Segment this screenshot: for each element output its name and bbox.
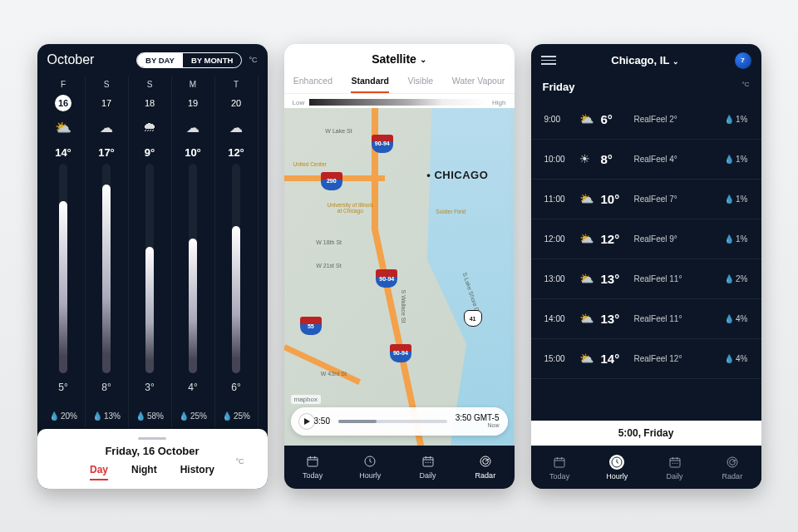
svg-rect-2: [423, 457, 433, 466]
low-temp: 6°: [231, 382, 240, 393]
chevron-down-icon: ⌄: [420, 55, 426, 64]
weather-icon: ⛅: [579, 352, 601, 365]
street-label: S Wallace St: [401, 290, 407, 323]
nav-today[interactable]: Today: [531, 446, 589, 489]
low-temp: 8°: [101, 382, 111, 393]
days-row: F16⛅14°5°💧20%S17☁17°8°💧13%S18🌧9°3°💧58%M1…: [37, 73, 268, 429]
play-button[interactable]: [299, 414, 314, 429]
droplet-icon: 💧: [179, 411, 189, 421]
droplet-icon: 💧: [135, 411, 145, 421]
weather-icon: ☀: [579, 152, 601, 165]
hourly-list[interactable]: 9:00⛅6°RealFeel 2°💧1%10:00☀8°RealFeel 4°…: [531, 100, 761, 421]
hourly-row[interactable]: 15:00⛅14°RealFeel 12°💧4%: [531, 339, 761, 379]
precip-chance: 💧1%: [724, 195, 747, 204]
seg-by-day[interactable]: BY DAY: [137, 53, 183, 67]
nav-hourly[interactable]: Hourly: [342, 446, 399, 489]
scrub-start-time: 3:50: [314, 416, 330, 426]
hour-temp: 13°: [601, 272, 634, 286]
poi-label: United Center: [293, 161, 327, 167]
chevron-down-icon: ⌄: [672, 57, 679, 66]
day-number: 19: [185, 95, 201, 111]
temp-bar: [232, 164, 240, 373]
day-number: 18: [141, 95, 158, 111]
scrub-end-time: 3:50 GMT-5: [456, 413, 500, 422]
weekday-label: T: [234, 80, 239, 91]
hour-label: 13:00: [544, 274, 579, 283]
layer-dropdown[interactable]: Satellite⌄: [284, 44, 515, 71]
street-label: W Lake St: [325, 128, 352, 134]
precip-chance: 💧1%: [724, 115, 747, 124]
day-column[interactable]: T20☁12°6°💧25%: [215, 76, 259, 429]
menu-button[interactable]: [541, 56, 556, 65]
realfeel-label: RealFeel 11°: [634, 314, 725, 323]
droplet-icon: 💧: [49, 411, 59, 421]
nav-hourly[interactable]: Hourly: [589, 446, 646, 489]
hourly-row[interactable]: 14:00⛅13°RealFeel 11°💧4%: [531, 299, 761, 339]
high-temp: 12°: [228, 146, 244, 159]
map-canvas[interactable]: W Lake St W 18th St W 21st St W 43rd St …: [284, 108, 515, 446]
mode-enhanced[interactable]: Enhanced: [293, 71, 332, 93]
realfeel-label: RealFeel 11°: [634, 274, 725, 283]
weather-icon: ⛅: [579, 112, 601, 126]
legend-low: Low: [293, 99, 305, 106]
nav-radar[interactable]: Radar: [456, 446, 514, 489]
city-label: • CHICAGO: [426, 169, 488, 181]
interstate-shield-icon: 290: [321, 172, 342, 190]
hour-label: 12:00: [544, 234, 579, 244]
droplet-icon: 💧: [92, 411, 102, 421]
tab-night[interactable]: Night: [131, 464, 157, 480]
day-column[interactable]: F16⛅14°5°💧20%: [42, 76, 86, 429]
hour-label: 9:00: [544, 115, 579, 124]
nav-today[interactable]: Today: [284, 446, 342, 489]
hour-temp: 6°: [601, 112, 634, 126]
nav-daily[interactable]: Daily: [646, 446, 703, 489]
calendar-today-icon: [305, 454, 320, 469]
radar-icon: [478, 454, 493, 469]
droplet-icon: 💧: [724, 354, 734, 363]
bottom-sheet[interactable]: Friday, 16 October °C Day Night History: [37, 429, 268, 489]
low-temp: 3°: [145, 382, 154, 393]
hourly-row[interactable]: 12:00⛅12°RealFeel 9°💧1%: [531, 219, 761, 259]
hourly-row[interactable]: 9:00⛅6°RealFeel 2°💧1%: [531, 100, 761, 140]
high-temp: 9°: [145, 146, 155, 159]
legend-high: High: [492, 99, 505, 106]
tab-history[interactable]: History: [180, 464, 214, 480]
day-column[interactable]: S18🌧9°3°💧58%: [129, 76, 172, 429]
precip-chance: 💧20%: [49, 411, 77, 421]
clock-icon: [609, 455, 624, 470]
mode-vapour[interactable]: Water Vapour: [452, 71, 505, 93]
hourly-row[interactable]: 10:00☀8°RealFeel 4°💧1%: [531, 140, 761, 180]
interstate-shield-icon: 55: [300, 317, 322, 335]
precip-chance: 💧58%: [135, 411, 164, 421]
hour-temp: 8°: [601, 152, 634, 166]
mode-tabs: Enhanced Standard Visible Water Vapour: [284, 71, 515, 94]
calendar-today-icon: [552, 455, 567, 470]
droplet-icon: 💧: [724, 195, 734, 204]
legend-gradient: [309, 99, 487, 106]
location-dropdown[interactable]: Chicago, IL ⌄: [556, 54, 735, 66]
station-logo-icon: 7: [735, 52, 751, 69]
day-label: Friday: [543, 81, 575, 93]
layer-label: Satellite: [372, 52, 416, 66]
high-temp: 14°: [55, 146, 71, 159]
poi-label: Soldier Field: [436, 209, 466, 214]
unit-label: °C: [742, 81, 750, 93]
hourly-row[interactable]: 13:00⛅13°RealFeel 11°💧2%: [531, 259, 761, 299]
mode-standard[interactable]: Standard: [351, 71, 389, 93]
street-label: W 21st St: [316, 263, 341, 268]
scrub-track[interactable]: [338, 420, 447, 423]
low-temp: 4°: [188, 382, 197, 393]
hour-temp: 10°: [601, 192, 634, 206]
tab-day[interactable]: Day: [90, 464, 108, 480]
hour-temp: 12°: [601, 232, 634, 246]
weather-icon: ☁: [186, 120, 200, 136]
mode-visible[interactable]: Visible: [407, 71, 433, 93]
hourly-row[interactable]: 11:00⛅10°RealFeel 7°💧1%: [531, 180, 761, 219]
seg-by-month[interactable]: BY MONTH: [183, 53, 242, 67]
sheet-grabber[interactable]: [138, 437, 166, 440]
day-column[interactable]: M19☁10°4°💧25%: [172, 76, 215, 429]
nav-radar[interactable]: Radar: [703, 446, 761, 489]
interstate-shield-icon: 90-94: [376, 269, 397, 288]
day-column[interactable]: S17☁17°8°💧13%: [86, 76, 129, 429]
nav-daily[interactable]: Daily: [399, 446, 456, 489]
